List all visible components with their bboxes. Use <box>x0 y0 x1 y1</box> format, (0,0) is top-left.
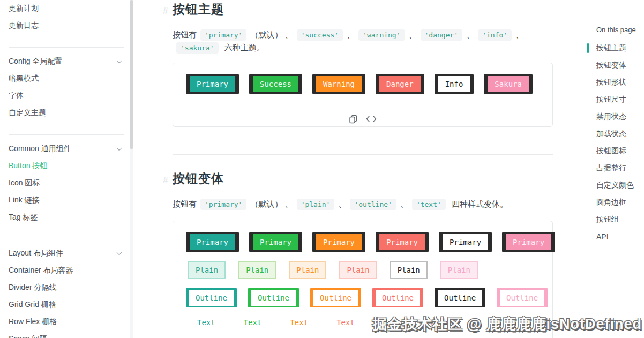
sidebar-item[interactable]: 暗黑模式 <box>9 70 124 87</box>
sidebar-item[interactable]: 更新计划 <box>9 0 124 17</box>
demo-button-sakura-solid[interactable]: Primary <box>504 232 553 252</box>
sidebar-item[interactable]: Tag 标签 <box>9 209 124 226</box>
toc-active-indicator <box>587 43 589 53</box>
demo-button-sakura-solid[interactable]: Sakura <box>486 74 530 94</box>
demo-button-warning-solid[interactable]: Warning <box>314 74 363 94</box>
toc-item[interactable]: 圆角边框 <box>596 194 644 211</box>
intro-text: 、 <box>338 198 346 211</box>
demo-button-success-solid[interactable]: Primary <box>251 232 300 252</box>
code-icon[interactable] <box>366 115 377 123</box>
demo-button-info-plain[interactable]: Plain <box>390 261 428 279</box>
toc-item[interactable]: 按钮形状 <box>596 74 644 91</box>
chevron-down-icon <box>117 250 122 255</box>
toc-item[interactable]: API <box>596 228 644 245</box>
toc-item[interactable]: 加载状态 <box>596 125 644 142</box>
copy-icon[interactable] <box>349 115 357 124</box>
demo-button-primary-text[interactable]: Text <box>197 317 215 328</box>
intro-text: 四种样式变体。 <box>450 198 508 211</box>
app-window: 更新计划更新日志Config 全局配置暗黑模式字体自定义主题Common 通用组… <box>0 0 644 338</box>
intro-text: 、 <box>400 198 408 211</box>
sidebar-item[interactable]: Space 间隔 <box>9 331 124 338</box>
sidebar-group-header[interactable]: Common 通用组件 <box>9 140 124 157</box>
intro-text: 、 <box>409 28 417 41</box>
sidebar-item[interactable]: Divider 分隔线 <box>9 279 124 296</box>
toc-item[interactable]: 自定义颜色 <box>596 177 644 194</box>
sidebar-divider <box>9 239 124 239</box>
sidebar-item[interactable]: Icon 图标 <box>9 175 124 192</box>
toc-item[interactable]: 按钮主题 <box>596 40 644 57</box>
demo-button-sakura-plain[interactable]: Plain <box>440 261 478 279</box>
sidebar-item[interactable]: Container 布局容器 <box>9 262 124 279</box>
section-title-theme: # 按钮主题 <box>173 1 553 17</box>
anchor-icon[interactable]: # <box>163 3 168 19</box>
sidebar-item[interactable]: 字体 <box>9 87 124 104</box>
sidebar-group-label: Layout 布局组件 <box>9 249 63 258</box>
demo-footer <box>173 111 552 126</box>
code-chip: 'sakura' <box>176 42 219 54</box>
sidebar-scrollbar-thumb[interactable] <box>130 0 133 149</box>
section-title-text: 按钮变体 <box>173 171 224 185</box>
sidebar-item[interactable]: Button 按钮 <box>9 157 124 175</box>
sidebar-group-label: Common 通用组件 <box>9 144 71 154</box>
demo-button-primary-solid[interactable]: Primary <box>188 232 237 252</box>
intro-text: 按钮有 <box>173 198 197 211</box>
demo-button-info-outline[interactable]: Outline <box>436 288 484 307</box>
intro-text: （默认） 、 <box>250 28 293 41</box>
watermark: 掘金技术社区 @ 鹿鹿鹿鹿isNotDefined <box>372 314 642 334</box>
variant-row-outline: OutlineOutlineOutlineOutlineOutlineOutli… <box>186 288 540 307</box>
demo-button-warning-outline[interactable]: Outline <box>312 288 360 307</box>
demo-button-success-solid[interactable]: Success <box>251 74 300 94</box>
intro-text: 按钮有 <box>173 28 197 41</box>
demo-button-info-solid[interactable]: Primary <box>441 232 490 252</box>
sidebar-group-label: Config 全局配置 <box>9 57 62 66</box>
demo-button-primary-solid[interactable]: Primary <box>188 74 237 94</box>
toc-item[interactable]: 按钮图标 <box>596 142 644 160</box>
sidebar-item[interactable]: 自定义主题 <box>9 104 124 122</box>
code-chip: 'plain' <box>297 199 335 210</box>
toc-sidebar: On this page 按钮主题按钮变体按钮形状按钮尺寸禁用状态加载状态按钮图… <box>587 0 644 338</box>
code-chip: 'warning' <box>358 29 405 41</box>
section-title-variant: # 按钮变体 <box>173 170 553 186</box>
demo-button-sakura-outline[interactable]: Outline <box>498 288 546 307</box>
anchor-icon[interactable]: # <box>163 172 168 189</box>
demo-button-primary-outline[interactable]: Outline <box>188 288 235 307</box>
demo-button-success-outline[interactable]: Outline <box>250 288 297 307</box>
toc-item[interactable]: 占据整行 <box>596 160 644 177</box>
code-chip: 'danger' <box>421 29 463 41</box>
intro-text: 、 <box>466 28 474 41</box>
sidebar-item[interactable]: 更新日志 <box>9 17 124 34</box>
toc-item[interactable]: 按钮组 <box>596 211 644 228</box>
demo-button-danger-outline[interactable]: Outline <box>374 288 422 307</box>
toc-item[interactable]: 禁用状态 <box>596 108 644 125</box>
section-divider <box>173 154 553 155</box>
demo-button-success-text[interactable]: Text <box>244 317 262 328</box>
demo-button-success-plain[interactable]: Plain <box>238 261 276 279</box>
toc-title: On this page <box>596 26 644 36</box>
demo-button-danger-solid[interactable]: Danger <box>378 74 422 94</box>
demo-button-warning-text[interactable]: Text <box>290 317 308 328</box>
sidebar-group-header[interactable]: Config 全局配置 <box>9 53 124 70</box>
sidebar-item[interactable]: Link 链接 <box>9 192 124 209</box>
demo-card-theme: PrimarySuccessWarningDangerInfoSakura <box>173 63 553 127</box>
intro-variant: 按钮有'primary'（默认） 、'plain'、'outline'、'tex… <box>173 198 553 211</box>
section-title-text: 按钮主题 <box>173 2 224 16</box>
sidebar-item[interactable]: Grid Grid 栅格 <box>9 296 124 313</box>
sidebar-item[interactable]: Row Flex 栅格 <box>9 313 124 331</box>
sidebar-nav: 更新计划更新日志Config 全局配置暗黑模式字体自定义主题Common 通用组… <box>0 0 134 338</box>
sidebar-group-header[interactable]: Layout 布局组件 <box>9 245 124 262</box>
demo-button-danger-plain[interactable]: Plain <box>339 261 377 279</box>
demo-button-warning-solid[interactable]: Primary <box>314 232 363 252</box>
code-chip: 'outline' <box>350 199 396 210</box>
toc-item[interactable]: 按钮尺寸 <box>596 91 644 108</box>
code-chip: 'success' <box>297 29 343 41</box>
demo-button-danger-solid[interactable]: Primary <box>378 232 426 252</box>
demo-button-info-solid[interactable]: Info <box>437 74 472 94</box>
demo-button-danger-text[interactable]: Text <box>336 317 355 328</box>
demo-button-warning-plain[interactable]: Plain <box>289 261 326 279</box>
code-chip: 'info' <box>478 29 512 41</box>
intro-text: （默认） 、 <box>250 198 293 211</box>
toc-item[interactable]: 按钮变体 <box>596 57 644 74</box>
code-chip: 'primary' <box>200 29 246 41</box>
demo-button-primary-plain[interactable]: Plain <box>188 261 226 279</box>
demo-area-theme: PrimarySuccessWarningDangerInfoSakura <box>173 63 552 111</box>
